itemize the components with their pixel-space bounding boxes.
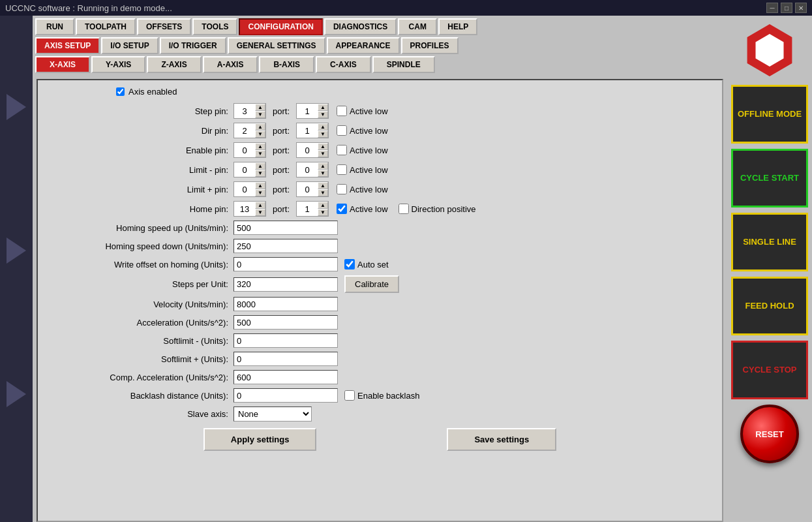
homing-speed-up-input[interactable] — [233, 221, 338, 235]
dir-port-up[interactable]: ▲ — [318, 123, 328, 130]
homing-speed-down-input[interactable] — [233, 239, 338, 253]
main-nav-help[interactable]: HELP — [438, 18, 477, 35]
apply-settings-button[interactable]: Apply settings — [203, 428, 317, 451]
enable-port-down[interactable]: ▼ — [318, 150, 328, 157]
limit-plus-port-up[interactable]: ▲ — [318, 182, 328, 189]
axis-enabled-checkbox[interactable] — [116, 87, 125, 96]
cycle-start-button[interactable]: CYCLE START — [731, 149, 808, 207]
axis-nav-c-axis[interactable]: C-AXIS — [316, 56, 371, 73]
step-port-input[interactable] — [297, 104, 318, 118]
main-nav-configuration[interactable]: CONFIGURATION — [239, 18, 322, 35]
minimize-button[interactable]: ─ — [766, 3, 778, 13]
axis-nav-y-axis[interactable]: Y-AXIS — [91, 56, 145, 73]
sub-nav-axis-setup[interactable]: AXIS SETUP — [35, 37, 100, 54]
reset-button[interactable]: RESET — [740, 405, 799, 463]
axis-nav-a-axis[interactable]: A-AXIS — [203, 56, 258, 73]
enable-port-input[interactable] — [297, 143, 318, 157]
home-pin-up[interactable]: ▲ — [255, 202, 265, 209]
limit-minus-port-input[interactable] — [297, 162, 318, 177]
steps-per-unit-input[interactable] — [233, 277, 338, 292]
calibrate-button[interactable]: Calibrate — [344, 275, 399, 293]
single-line-button[interactable]: SINGLE LINE — [731, 213, 808, 271]
home-dir-pos-checkbox[interactable] — [398, 204, 409, 214]
step-pin-down[interactable]: ▼ — [255, 111, 265, 118]
velocity-input[interactable] — [233, 297, 338, 311]
enable-pin-input[interactable] — [234, 143, 255, 157]
step-port-down[interactable]: ▼ — [318, 111, 328, 118]
home-active-low-checkbox[interactable] — [337, 204, 347, 214]
limit-plus-port-input[interactable] — [297, 182, 318, 196]
auto-set-checkbox[interactable] — [344, 259, 355, 269]
close-button[interactable]: ✕ — [795, 3, 807, 13]
comp-accel-input[interactable] — [233, 370, 338, 384]
dir-port-down[interactable]: ▼ — [318, 130, 328, 138]
main-nav-toolpath[interactable]: TOOLPATH — [76, 18, 136, 35]
axis-nav-z-axis[interactable]: Z-AXIS — [147, 56, 201, 73]
feed-hold-button[interactable]: FEED HOLD — [731, 277, 808, 335]
sub-nav-i-o--trigger[interactable]: I/O TRIGGER — [160, 37, 226, 54]
limit-minus-port-up[interactable]: ▲ — [318, 162, 328, 170]
enable-pin-arrows: ▲ ▼ — [255, 143, 265, 157]
home-pin-input[interactable] — [234, 202, 255, 216]
sidebar-arrow-mid[interactable] — [7, 238, 26, 264]
limit-minus-pin-input[interactable] — [234, 162, 255, 177]
sub-nav-general-settings[interactable]: GENERAL SETTINGS — [228, 37, 325, 54]
step-pin-label: Step pin: — [51, 106, 233, 116]
dir-pin-up[interactable]: ▲ — [255, 123, 265, 130]
slave-axis-select[interactable]: NoneXYZABC — [233, 407, 312, 422]
limit-plus-pin-down[interactable]: ▼ — [255, 189, 265, 196]
sidebar-arrow-top[interactable] — [7, 94, 26, 120]
main-nav-offsets[interactable]: OFFSETS — [137, 18, 191, 35]
dir-active-low-checkbox[interactable] — [337, 125, 347, 136]
sub-nav-profiles[interactable]: PROFILES — [401, 37, 459, 54]
step-active-low-checkbox[interactable] — [337, 106, 347, 116]
enable-backlash-checkbox[interactable] — [344, 390, 355, 401]
main-nav-cam[interactable]: CAM — [398, 18, 437, 35]
sub-nav-appearance[interactable]: APPEARANCE — [327, 37, 400, 54]
dir-pin-down[interactable]: ▼ — [255, 130, 265, 138]
maximize-button[interactable]: □ — [781, 3, 792, 13]
limit-minus-port-down[interactable]: ▼ — [318, 170, 328, 177]
sub-nav-i-o-setup[interactable]: I/O SETUP — [101, 37, 158, 54]
main-nav-run[interactable]: RUN — [35, 18, 74, 35]
home-port-up[interactable]: ▲ — [318, 202, 328, 209]
offline-mode-button[interactable]: OFFLINE MODE — [731, 85, 808, 144]
step-port-up[interactable]: ▲ — [318, 104, 328, 111]
main-nav-diagnostics[interactable]: DIAGNOSTICS — [324, 18, 397, 35]
home-pin-down[interactable]: ▼ — [255, 209, 265, 216]
enable-pin-down[interactable]: ▼ — [255, 150, 265, 157]
enable-port-up[interactable]: ▲ — [318, 143, 328, 150]
limit-minus-active-low-checkbox[interactable] — [337, 164, 347, 175]
backlash-input[interactable] — [233, 388, 338, 403]
dir-port-input[interactable] — [297, 123, 318, 138]
axis-nav-b-axis[interactable]: B-AXIS — [259, 56, 314, 73]
dir-pin-input[interactable] — [234, 123, 255, 138]
limit-plus-pin-input[interactable] — [234, 182, 255, 196]
velocity-label: Velocity (Units/min): — [51, 299, 233, 309]
softlimit-plus-label: Softlimit + (Units): — [51, 354, 233, 364]
cycle-stop-button[interactable]: CYCLE STOP — [731, 341, 808, 399]
main-nav-tools[interactable]: TOOLS — [192, 18, 237, 35]
enable-active-low-checkbox[interactable] — [337, 145, 347, 155]
softlimit-minus-input[interactable] — [233, 333, 338, 348]
enable-backlash-label: Enable backlash — [344, 390, 419, 401]
axis-nav-spindle[interactable]: SPINDLE — [372, 56, 435, 73]
enable-pin-up[interactable]: ▲ — [255, 143, 265, 150]
logo-inner — [753, 34, 786, 67]
sidebar-arrow-bot[interactable] — [7, 381, 26, 407]
limit-plus-active-low-checkbox[interactable] — [337, 184, 347, 194]
home-port-input[interactable] — [297, 202, 318, 216]
axis-nav-x-axis[interactable]: X-AXIS — [35, 56, 90, 73]
home-port-down[interactable]: ▼ — [318, 209, 328, 216]
limit-plus-port-down[interactable]: ▼ — [318, 189, 328, 196]
limit-minus-pin-down[interactable]: ▼ — [255, 170, 265, 177]
step-pin-input[interactable] — [234, 104, 255, 118]
save-settings-button[interactable]: Save settings — [447, 428, 556, 451]
limit-plus-pin-up[interactable]: ▲ — [255, 182, 265, 189]
write-offset-input[interactable] — [233, 257, 338, 271]
limit-minus-pin-up[interactable]: ▲ — [255, 162, 265, 170]
acceleration-input[interactable] — [233, 315, 338, 330]
step-pin-up[interactable]: ▲ — [255, 104, 265, 111]
softlimit-plus-input[interactable] — [233, 352, 338, 366]
enable-pin-spinner: ▲ ▼ — [233, 142, 266, 158]
